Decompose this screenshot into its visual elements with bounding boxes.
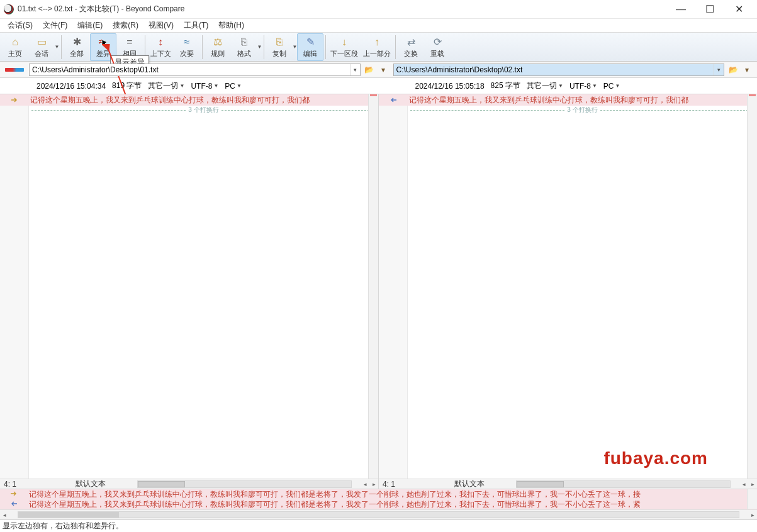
right-trailing-hint: 3 个打换行 bbox=[408, 106, 757, 114]
preview-hscroll-left[interactable]: ◂ bbox=[0, 510, 9, 519]
right-hscroll-right[interactable]: ▸ bbox=[748, 480, 757, 489]
toolbar-规则[interactable]: ⚖规则 bbox=[205, 33, 231, 61]
left-path-input[interactable]: C:\Users\Administrator\Desktop\01.txt ▾ bbox=[29, 64, 361, 76]
right-platform-dropdown[interactable]: PC▼ bbox=[603, 82, 620, 91]
left-gutter bbox=[0, 94, 29, 479]
right-encoding-dropdown[interactable]: UTF-8▼ bbox=[569, 82, 597, 91]
toolbar-复制[interactable]: ⎘复制 bbox=[266, 33, 293, 61]
menu-item-2[interactable]: 编辑(E) bbox=[72, 19, 108, 32]
toolbar-label-次要: 次要 bbox=[180, 49, 194, 58]
right-info: 2024/12/16 15:05:18 825 字节 其它一切▼ UTF-8▼ … bbox=[379, 78, 758, 94]
left-filter-dropdown[interactable]: 其它一切▼ bbox=[148, 80, 184, 91]
toolbar-主页[interactable]: ⌂主页 bbox=[2, 33, 28, 61]
left-hscroll[interactable] bbox=[137, 480, 352, 488]
menu-item-5[interactable]: 工具(T) bbox=[179, 19, 213, 32]
toolbar-separator bbox=[395, 35, 396, 59]
left-caret-pos: 4: 1 bbox=[0, 480, 50, 489]
path-bar: C:\Users\Administrator\Desktop\01.txt ▾ … bbox=[0, 62, 757, 78]
left-vscroll[interactable] bbox=[368, 94, 378, 479]
toolbar-label-重载: 重载 bbox=[430, 49, 444, 58]
left-open-folder-icon[interactable]: 📂 bbox=[363, 64, 376, 76]
toolbar-上下文[interactable]: ↕上下文 bbox=[147, 33, 174, 61]
left-path-area: C:\Users\Administrator\Desktop\01.txt ▾ … bbox=[29, 62, 393, 77]
right-status-row: 4: 1 默认文本 ◂ ▸ bbox=[379, 479, 757, 489]
toolbar-label-规则: 规则 bbox=[211, 49, 225, 58]
close-button[interactable]: ✕ bbox=[724, 0, 753, 19]
compare-content: 记得这个星期五晚上，我又来到乒乓球训练中心打球，教练叫我和廖可可打，我们都 3 … bbox=[0, 94, 757, 489]
toolbar-格式[interactable]: ⎘格式 bbox=[231, 33, 257, 61]
preview-row-1: 记得这个星期五晚上，我又来到乒乓球训练中心打球，教练叫我和廖可可打，我们都是老将… bbox=[0, 489, 757, 499]
info-bar: 2024/12/16 15:04:34 819 字节 其它一切▼ UTF-8▼ … bbox=[0, 78, 757, 94]
left-mode: 默认文本 bbox=[50, 479, 106, 489]
toolbar-icon-会话: ▭ bbox=[35, 36, 48, 48]
right-mode: 默认文本 bbox=[429, 479, 485, 489]
right-gutter bbox=[379, 94, 408, 479]
menu-item-4[interactable]: 视图(V) bbox=[143, 19, 179, 32]
preview-hscroll-right[interactable]: ▸ bbox=[748, 510, 757, 519]
toolbar-separator bbox=[325, 35, 326, 59]
preview-hscroll-row: ◂ ▸ bbox=[0, 509, 757, 519]
toolbar-icon-差异: ≠ bbox=[97, 36, 109, 48]
right-hscroll[interactable] bbox=[516, 480, 731, 488]
left-platform-dropdown[interactable]: PC▼ bbox=[225, 82, 242, 91]
toolbar-dropdown-会话[interactable]: ▼ bbox=[55, 44, 59, 50]
left-hscroll-right[interactable]: ▸ bbox=[369, 480, 378, 489]
toolbar-label-复制: 复制 bbox=[272, 49, 286, 58]
right-path-text: C:\Users\Administrator\Desktop\02.txt bbox=[396, 65, 523, 74]
toolbar-全部[interactable]: ✱全部 bbox=[64, 33, 90, 61]
right-path-input[interactable]: C:\Users\Administrator\Desktop\02.txt ▾ bbox=[393, 64, 725, 76]
toolbar-label-主页: 主页 bbox=[8, 49, 22, 58]
toolbar-label-上一部分: 上一部分 bbox=[363, 49, 391, 58]
toolbar-icon-上下文: ↕ bbox=[154, 36, 167, 48]
toolbar-上一部分[interactable]: ↑上一部分 bbox=[361, 33, 393, 61]
toolbar-label-差异: 差异 bbox=[96, 49, 110, 58]
toolbar-下一区段[interactable]: ↓下一区段 bbox=[328, 33, 361, 61]
toolbar-dropdown-格式[interactable]: ▼ bbox=[257, 44, 262, 50]
menubar: 会话(S)文件(F)编辑(E)搜索(R)视图(V)工具(T)帮助(H) bbox=[0, 19, 757, 33]
menu-item-0[interactable]: 会话(S) bbox=[3, 19, 38, 32]
right-path-dropdown[interactable]: ▾ bbox=[714, 64, 724, 75]
minimize-button[interactable]: — bbox=[666, 0, 695, 19]
left-browse-icon[interactable]: ▾ bbox=[377, 64, 390, 76]
toolbar-icon-下一区段: ↓ bbox=[338, 36, 350, 48]
toolbar-次要[interactable]: ≈次要 bbox=[174, 33, 200, 61]
right-path-area: C:\Users\Administrator\Desktop\02.txt ▾ … bbox=[393, 62, 758, 77]
right-pane: 记得这个星期五晚上，我又来到乒乓球训练中心打球，教练叫我和廖可可打，我们都 3 … bbox=[379, 94, 757, 489]
left-status-row: 4: 1 默认文本 ◂ ▸ bbox=[0, 479, 378, 489]
toolbar-label-格式: 格式 bbox=[237, 49, 251, 58]
left-line-1: 记得这个星期五晚上，我又来到乒乓球训练中心打球，教练叫我和廖可可打，我们都 bbox=[29, 95, 310, 106]
menu-item-3[interactable]: 搜索(R) bbox=[108, 19, 143, 32]
window-controls: — ☐ ✕ bbox=[666, 0, 753, 19]
toolbar-编辑[interactable]: ✎编辑 bbox=[297, 33, 323, 61]
right-filter-dropdown[interactable]: 其它一切▼ bbox=[527, 80, 563, 91]
menu-item-1[interactable]: 文件(F) bbox=[38, 19, 72, 32]
right-browse-icon[interactable]: ▾ bbox=[741, 64, 753, 76]
right-text-area[interactable]: 记得这个星期五晚上，我又来到乒乓球训练中心打球，教练叫我和廖可可打，我们都 3 … bbox=[379, 94, 757, 479]
left-path-text: C:\Users\Administrator\Desktop\01.txt bbox=[32, 65, 159, 74]
left-hscroll-left[interactable]: ◂ bbox=[361, 480, 369, 489]
right-hscroll-left[interactable]: ◂ bbox=[739, 480, 748, 489]
toolbar-交换[interactable]: ⇄交换 bbox=[398, 33, 424, 61]
right-open-folder-icon[interactable]: 📂 bbox=[727, 64, 739, 76]
toolbar-icon-重载: ⟳ bbox=[431, 36, 444, 48]
left-size: 819 字节 bbox=[112, 80, 142, 91]
toolbar-icon-上一部分: ↑ bbox=[371, 36, 383, 48]
preview-hscroll[interactable] bbox=[18, 511, 739, 518]
toolbar-会话[interactable]: ▭会话 bbox=[28, 33, 55, 61]
alignment-indicator bbox=[0, 62, 29, 77]
right-vscroll[interactable] bbox=[747, 94, 757, 479]
left-encoding-dropdown[interactable]: UTF-8▼ bbox=[191, 82, 218, 91]
left-text-area[interactable]: 记得这个星期五晚上，我又来到乒乓球训练中心打球，教练叫我和廖可可打，我们都 3 … bbox=[0, 94, 378, 479]
preview-vscroll[interactable] bbox=[747, 489, 757, 509]
toolbar-icon-相同: = bbox=[123, 36, 136, 48]
preview-arrow-in-icon bbox=[10, 500, 18, 509]
right-date: 2024/12/16 15:05:18 bbox=[415, 82, 485, 91]
right-caret-pos: 4: 1 bbox=[379, 480, 429, 489]
toolbar-dropdown-复制[interactable]: ▼ bbox=[293, 44, 297, 50]
toolbar-icon-复制: ⎘ bbox=[273, 36, 286, 48]
toolbar-重载[interactable]: ⟳重载 bbox=[424, 33, 451, 61]
maximize-button[interactable]: ☐ bbox=[695, 0, 724, 19]
menu-item-6[interactable]: 帮助(H) bbox=[213, 19, 249, 32]
left-path-dropdown[interactable]: ▾ bbox=[350, 64, 360, 75]
toolbar-separator bbox=[202, 35, 203, 59]
